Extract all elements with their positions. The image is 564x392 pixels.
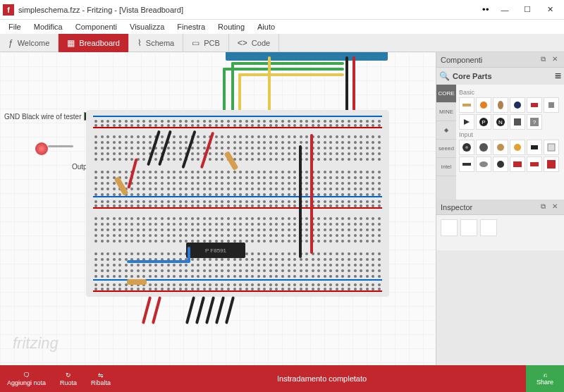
tab-pcb[interactable]: ▭PCB (183, 34, 229, 52)
add-note-button[interactable]: 🗨Aggiungi nota (0, 366, 53, 391)
part-gps[interactable] (544, 157, 559, 172)
part-diode[interactable] (459, 114, 474, 130)
menu-view[interactable]: Visualizza (124, 21, 170, 32)
breadboard-component[interactable] (86, 110, 389, 297)
watermark: fritzing (13, 334, 59, 353)
part-photocell[interactable] (493, 140, 508, 155)
part-inductor[interactable] (527, 97, 542, 113)
share-icon: ⎌ (544, 372, 547, 379)
part-encoder[interactable] (476, 140, 491, 155)
wire-yellow-drop[interactable] (238, 73, 241, 116)
resistor-3[interactable] (127, 279, 147, 285)
inspector-slot-1[interactable] (441, 219, 458, 236)
maximize-button[interactable]: ☐ (516, 2, 539, 18)
wire-black-b3[interactable] (205, 296, 215, 324)
share-button[interactable]: ⎌Share (526, 365, 564, 392)
components-panel-header: Componenti ⧉ ✕ (436, 52, 564, 68)
part-electrolytic-cap[interactable] (510, 97, 525, 113)
minimize-button[interactable]: — (494, 2, 516, 18)
svg-text:P: P (482, 119, 485, 125)
svg-rect-21 (462, 163, 471, 166)
menu-file[interactable]: File (3, 21, 27, 32)
part-crystal[interactable] (544, 97, 559, 113)
part-potentiometer[interactable] (459, 140, 474, 155)
wire-green-drop1[interactable] (231, 62, 234, 114)
inspector-slot-2[interactable] (460, 219, 477, 236)
wire-black-b4[interactable] (215, 296, 225, 324)
parts-tab-seeed[interactable]: seeed (436, 140, 456, 158)
part-resistor[interactable] (459, 97, 474, 113)
svg-point-22 (479, 161, 488, 167)
svg-rect-25 (530, 162, 539, 166)
parts-tabs: CORE MINE ◆ seeed intel (436, 85, 456, 200)
wire-red-long[interactable] (310, 134, 313, 254)
menu-window[interactable]: Finestra (171, 21, 211, 32)
part-led-orange[interactable] (476, 97, 491, 113)
panel-close-icon[interactable]: ✕ (550, 55, 560, 65)
part-mosfet[interactable] (510, 114, 525, 130)
bottom-toolbar: 🗨Aggiungi nota ↻Ruota ⇋Ribalta Instradam… (0, 365, 564, 392)
part-transistor-n[interactable]: N (493, 114, 508, 130)
wire-yellow-drop2[interactable] (268, 56, 271, 114)
rotate-icon: ↻ (66, 372, 71, 379)
part-ir-sensor[interactable] (527, 140, 542, 155)
close-button[interactable]: ✕ (539, 2, 561, 18)
parts-tab-core[interactable]: CORE (436, 85, 456, 103)
parts-section-basic: Basic (459, 89, 561, 96)
breadboard-canvas[interactable]: GND Black wire of tester Output red wire… (0, 52, 436, 365)
wire-red-b2[interactable] (152, 296, 161, 324)
part-tilt-switch[interactable] (476, 157, 491, 172)
part-distance-sensor[interactable] (527, 157, 542, 172)
wire-green-1[interactable] (231, 62, 344, 65)
menu-routing[interactable]: Routing (212, 21, 250, 32)
wire-blue[interactable] (127, 260, 190, 263)
wire-black-b1[interactable] (185, 296, 195, 324)
parts-tab-contrib[interactable]: ◆ (436, 121, 456, 140)
menu-edit[interactable]: Modifica (28, 21, 68, 32)
led-lead (48, 145, 73, 147)
rotate-button[interactable]: ↻Ruota (53, 366, 84, 391)
part-slide-switch[interactable] (459, 157, 474, 172)
part-ceramic-cap[interactable] (493, 97, 508, 113)
parts-tab-mine[interactable]: MINE (436, 103, 456, 121)
right-panels: Componenti ⧉ ✕ 🔍 Core Parts ≡ CORE MINE … (436, 52, 564, 365)
part-microphone[interactable] (493, 157, 508, 172)
tab-welcome[interactable]: ƒWelcome (0, 34, 59, 52)
ic-chip[interactable]: P F8591 (186, 243, 245, 258)
part-thermistor[interactable] (510, 140, 525, 155)
wire-black-b5[interactable] (225, 296, 235, 324)
tab-schema[interactable]: ⌇Schema (129, 34, 183, 52)
wire-blue-v[interactable] (188, 247, 190, 262)
wire-black-long[interactable] (299, 145, 302, 258)
inspector-close-icon[interactable]: ✕ (550, 202, 560, 212)
parts-menu-icon[interactable]: ≡ (555, 70, 561, 82)
part-mystery[interactable]: ? (527, 114, 542, 130)
wire-yellow-1[interactable] (238, 73, 344, 76)
menu-help[interactable]: Aiuto (252, 21, 281, 32)
part-accelerometer[interactable] (510, 157, 525, 172)
led-component[interactable] (35, 142, 48, 155)
window-overflow-icon[interactable]: •• (482, 4, 489, 15)
search-icon[interactable]: 🔍 (439, 71, 450, 81)
parts-tab-intel[interactable]: intel (436, 158, 456, 176)
svg-point-16 (479, 143, 488, 152)
svg-point-17 (497, 144, 504, 151)
arduino-board[interactable] (226, 52, 388, 61)
tab-breadboard[interactable]: ▦Breadboard (59, 34, 129, 52)
code-icon: <> (238, 38, 247, 48)
wire-black-top[interactable] (345, 56, 348, 117)
part-transistor-p[interactable]: P (476, 114, 491, 130)
menu-components[interactable]: Componenti (70, 21, 123, 32)
wire-green-2[interactable] (223, 68, 344, 71)
flip-button[interactable]: ⇋Ribalta (84, 366, 118, 391)
inspector-panel-header: Inspector ⧉ ✕ (436, 200, 564, 215)
part-pushbutton[interactable] (544, 140, 559, 155)
pcb-icon: ▭ (192, 38, 200, 48)
wire-red-b1[interactable] (142, 296, 152, 324)
tab-code[interactable]: <>Code (229, 34, 279, 52)
svg-point-18 (514, 144, 521, 151)
inspector-undock-icon[interactable]: ⧉ (538, 202, 548, 212)
panel-undock-icon[interactable]: ⧉ (538, 55, 548, 65)
inspector-slot-3[interactable] (480, 219, 497, 236)
wire-black-b2[interactable] (195, 296, 205, 324)
